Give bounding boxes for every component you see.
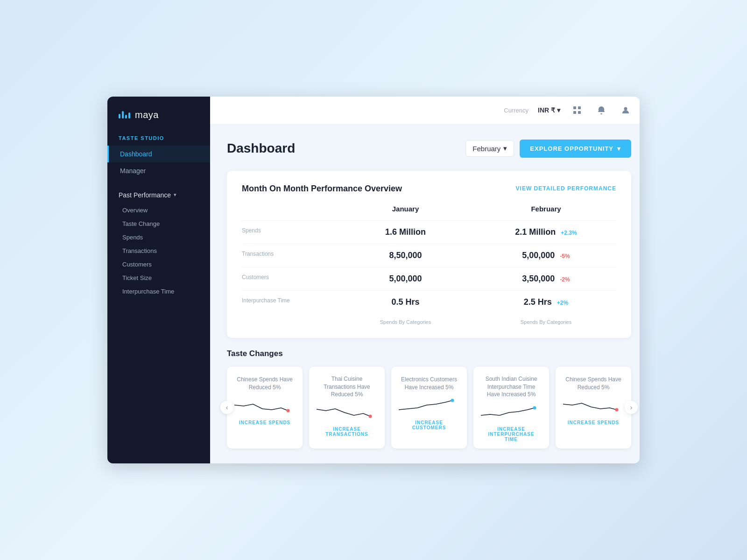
svg-point-9: [615, 408, 619, 411]
perf-jan-spends: 1.6 Million: [335, 220, 476, 244]
perf-col-headers: January February: [242, 205, 616, 220]
sidebar-subnav: Overview Taste Change Spends Transaction…: [107, 203, 210, 298]
sidebar-subnav-spends[interactable]: Spends: [107, 231, 210, 244]
perf-label-spends: Spends: [242, 220, 335, 244]
taste-card-3[interactable]: South Indian Cuisine Interpurchase Time …: [473, 367, 549, 448]
taste-card-2-action[interactable]: INCREASE CUSTOMERS: [399, 420, 459, 430]
user-icon[interactable]: [618, 103, 633, 118]
sidebar-subnav-customers[interactable]: Customers: [107, 258, 210, 271]
svg-rect-1: [578, 106, 581, 109]
taste-card-2-title: Electronics Customers Have Increased 5%: [399, 375, 459, 392]
perf-jan-transactions: 8,50,000: [335, 244, 476, 267]
svg-rect-0: [573, 106, 576, 109]
past-performance-label: Past Performance: [119, 191, 171, 199]
logo-text: maya: [135, 110, 159, 120]
explore-btn-text: EXPLORE OPPORTUNITY: [530, 145, 613, 152]
sidebar: maya TASTE STUDIO Dashboard Manager Past…: [107, 97, 210, 463]
sidebar-subnav-ticket-size[interactable]: Ticket Size: [107, 271, 210, 285]
taste-changes-title: Taste Changes: [227, 349, 631, 358]
sidebar-subnav-overview[interactable]: Overview: [107, 203, 210, 217]
svg-rect-3: [578, 111, 581, 114]
perf-row-transactions: Transactions 8,50,000 5,00,000 -5%: [242, 244, 616, 267]
svg-point-7: [451, 399, 454, 402]
sidebar-subnav-interpurchase-time[interactable]: Interpurchase Time: [107, 285, 210, 298]
perf-feb-transactions-change: -5%: [560, 253, 570, 259]
taste-card-4-sparkline: [563, 396, 624, 414]
app-container: maya TASTE STUDIO Dashboard Manager Past…: [107, 97, 640, 463]
perf-col-february: February: [476, 205, 616, 220]
sidebar-item-dashboard[interactable]: Dashboard: [107, 146, 210, 162]
perf-label-interpurchase: Interpurchase Time: [242, 290, 335, 314]
taste-card-1-action[interactable]: INCREASE TRANSACTIONS: [317, 427, 377, 437]
perf-col-spacer: [242, 205, 335, 220]
taste-cards-prev-button[interactable]: ‹: [220, 401, 233, 414]
perf-feb-interpurchase: 2.5 Hrs +2%: [476, 290, 616, 314]
performance-overview-card: Month On Month Performance Overview VIEW…: [227, 171, 631, 338]
taste-cards-container: ‹ Chinese Spends Have Reduced 5% INCREAS…: [227, 367, 631, 448]
perf-jan-customers: 5,00,000: [335, 267, 476, 290]
past-performance-chevron: ▾: [174, 192, 176, 198]
taste-cards-next-button[interactable]: ›: [625, 401, 638, 414]
currency-value-text: INR ₹: [538, 106, 555, 114]
logo-bar-1: [119, 114, 120, 119]
perf-label-customers: Customers: [242, 267, 335, 290]
perf-row-customers: Customers 5,00,000 3,50,000 -2%: [242, 267, 616, 290]
taste-card-4-title: Chinese Spends Have Reduced 5%: [563, 375, 624, 392]
perf-feb-customers-change: -2%: [560, 276, 570, 283]
taste-card-4[interactable]: Chinese Spends Have Reduced 5% INCREASE …: [556, 367, 631, 448]
sidebar-subnav-transactions[interactable]: Transactions: [107, 244, 210, 258]
chart-spacer: [242, 319, 335, 325]
logo: maya: [107, 97, 210, 135]
taste-changes-section: Taste Changes ‹ Chinese Spends Have Redu…: [227, 349, 631, 448]
performance-card-header: Month On Month Performance Overview VIEW…: [242, 184, 616, 194]
perf-row-interpurchase: Interpurchase Time 0.5 Hrs 2.5 Hrs +2%: [242, 290, 616, 314]
taste-card-0-sparkline: [234, 396, 295, 414]
chart-label-left: Spends By Categories: [335, 319, 476, 325]
sidebar-group-past-performance[interactable]: Past Performance ▾: [107, 187, 210, 203]
explore-opportunity-button[interactable]: EXPLORE OPPORTUNITY ▾: [520, 140, 631, 158]
taste-card-2-sparkline: [399, 396, 459, 414]
taste-card-3-title: South Indian Cuisine Interpurchase Time …: [481, 375, 542, 399]
header-controls: February ▾ EXPLORE OPPORTUNITY ▾: [465, 140, 631, 158]
view-detailed-link[interactable]: VIEW DETAILED PERFORMANCE: [516, 185, 616, 192]
chart-label-right: Spends By Categories: [476, 319, 616, 325]
currency-selector[interactable]: INR ₹ ▾: [538, 106, 560, 114]
perf-jan-interpurchase: 0.5 Hrs: [335, 290, 476, 314]
logo-icon: [119, 111, 130, 119]
logo-bar-4: [128, 112, 130, 119]
taste-card-3-action[interactable]: INCREASE INTERPURCHASE TIME: [481, 427, 542, 442]
month-selector-text: February: [472, 145, 500, 153]
svg-point-5: [287, 409, 290, 412]
bell-icon[interactable]: [594, 103, 609, 118]
taste-card-2[interactable]: Electronics Customers Have Increased 5% …: [391, 367, 467, 448]
svg-point-4: [624, 107, 627, 111]
perf-col-january: January: [335, 205, 476, 220]
currency-chevron-icon: ▾: [557, 106, 560, 114]
logo-bar-3: [125, 115, 127, 119]
svg-rect-2: [573, 111, 576, 114]
page-title: Dashboard: [227, 141, 295, 156]
grid-icon[interactable]: [570, 103, 585, 118]
taste-card-1-title: Thai Cuisine Transactions Have Reduced 5…: [317, 375, 377, 399]
month-selector[interactable]: February ▾: [465, 140, 514, 157]
taste-cards-row: Chinese Spends Have Reduced 5% INCREASE …: [227, 367, 631, 448]
logo-bar-2: [122, 111, 124, 119]
taste-card-0-title: Chinese Spends Have Reduced 5%: [234, 375, 295, 392]
taste-card-0[interactable]: Chinese Spends Have Reduced 5% INCREASE …: [227, 367, 303, 448]
taste-card-0-action[interactable]: INCREASE SPENDS: [239, 420, 291, 425]
taste-card-4-action[interactable]: INCREASE SPENDS: [568, 420, 620, 425]
page-content: Dashboard February ▾ EXPLORE OPPORTUNITY…: [210, 125, 640, 463]
content-header: Dashboard February ▾ EXPLORE OPPORTUNITY…: [227, 140, 631, 158]
performance-card-title: Month On Month Performance Overview: [242, 184, 402, 194]
perf-feb-transactions: 5,00,000 -5%: [476, 244, 616, 267]
explore-chevron-icon: ▾: [617, 145, 621, 152]
sidebar-item-manager[interactable]: Manager: [107, 162, 210, 179]
perf-feb-spends-change: +2.3%: [561, 230, 577, 236]
perf-feb-spends: 2.1 Million +2.3%: [476, 220, 616, 244]
main-content: Currency INR ₹ ▾: [210, 97, 640, 463]
currency-label: Currency: [504, 107, 529, 114]
taste-card-1[interactable]: Thai Cuisine Transactions Have Reduced 5…: [309, 367, 385, 448]
sidebar-subnav-taste-change[interactable]: Taste Change: [107, 217, 210, 231]
perf-row-spends: Spends 1.6 Million 2.1 Million +2.3%: [242, 220, 616, 244]
taste-card-1-sparkline: [317, 402, 377, 421]
